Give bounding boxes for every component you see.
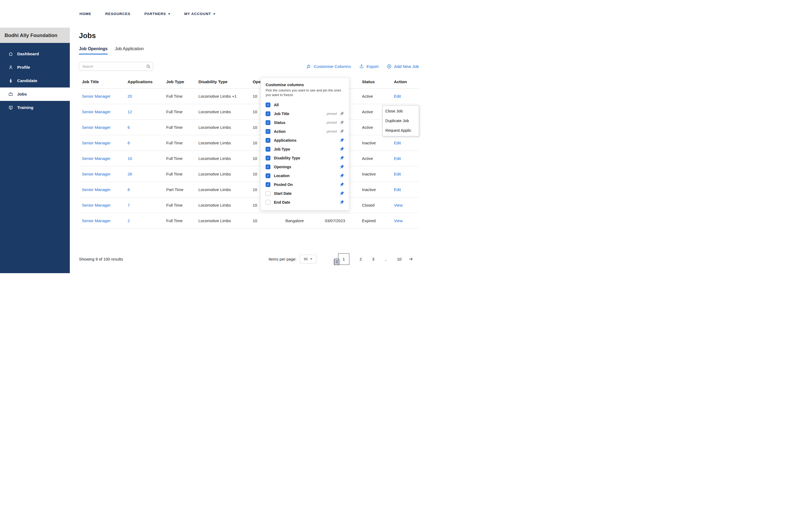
pin-icon[interactable]	[339, 120, 344, 125]
sidebar-item-candidate[interactable]: Candidate	[0, 74, 70, 88]
pin-icon[interactable]	[339, 174, 344, 178]
sidebar-item-profile[interactable]: Profile	[0, 61, 70, 74]
page-ellipsis: ..	[385, 257, 387, 261]
pin-icon[interactable]	[339, 147, 344, 152]
checkbox[interactable]	[265, 111, 271, 116]
column-option-label: End Date	[274, 200, 290, 205]
pin-icon[interactable]	[339, 191, 344, 196]
applications-link[interactable]: 6	[128, 125, 130, 130]
items-per-page-label: Items per page:	[269, 257, 296, 261]
menu-item-request-applications[interactable]: Request Applic	[383, 125, 419, 135]
pin-icon[interactable]	[339, 138, 344, 143]
job-title-link[interactable]: Senior Manager	[82, 156, 111, 161]
header-job-type: Job Type	[163, 79, 195, 84]
home-icon	[8, 51, 13, 56]
table-row: Senior Manager 8 Full Time Locomotive Li…	[79, 135, 419, 151]
top-navigation: HOME RESOURCES PARTNERS MY ACCOUNT	[79, 0, 215, 28]
column-option-label: Start Date	[274, 191, 292, 196]
row-action-link[interactable]: Edit	[394, 94, 401, 99]
menu-item-duplicate-job[interactable]: Duplicate Job	[383, 116, 419, 125]
nav-partners[interactable]: PARTNERS	[144, 12, 170, 16]
job-type-cell: Full Time	[163, 156, 195, 161]
status-cell: Active	[359, 156, 391, 161]
disability-type-cell: Locomotive Limbs	[195, 109, 250, 114]
tab-job-openings[interactable]: Job Openings	[79, 46, 108, 55]
applications-link[interactable]: 7	[128, 203, 130, 207]
applications-link[interactable]: 20	[128, 94, 132, 99]
next-page-arrow-icon[interactable]	[408, 257, 414, 261]
page-list-icon[interactable]	[333, 258, 340, 266]
job-title-link[interactable]: Senior Manager	[82, 94, 111, 99]
checkbox[interactable]	[265, 182, 271, 187]
row-action-link[interactable]: View	[394, 203, 403, 207]
job-title-link[interactable]: Senior Manager	[82, 172, 111, 176]
pin-icon[interactable]	[339, 129, 344, 134]
checkbox[interactable]	[265, 174, 271, 178]
applications-link[interactable]: 12	[128, 109, 132, 114]
pin-icon[interactable]	[339, 200, 344, 205]
job-title-link[interactable]: Senior Manager	[82, 187, 111, 192]
applications-link[interactable]: 10	[128, 156, 132, 161]
items-per-page-select[interactable]: 50	[300, 255, 316, 264]
menu-item-close-job[interactable]: Close Job	[383, 106, 419, 116]
checkbox[interactable]	[265, 165, 271, 169]
page-3-button[interactable]: 3	[372, 257, 374, 261]
job-title-link[interactable]: Senior Manager	[82, 203, 111, 207]
checkbox[interactable]	[265, 147, 271, 152]
checkbox[interactable]	[265, 120, 271, 125]
nav-home[interactable]: HOME	[79, 12, 91, 16]
job-type-cell: Part Time	[163, 187, 195, 192]
job-title-link[interactable]: Senior Manager	[82, 219, 111, 223]
table-row: Senior Manager 6 Full Time Locomotive Li…	[79, 120, 419, 135]
job-title-link[interactable]: Senior Manager	[82, 109, 111, 114]
customise-columns-label: Customise Columns	[314, 64, 351, 69]
applications-link[interactable]: 8	[128, 187, 130, 192]
row-action-link[interactable]: View	[394, 219, 403, 223]
add-new-job-button[interactable]: Add New Job	[387, 64, 419, 69]
disability-type-cell: Locomotive Limbs	[195, 140, 250, 145]
sidebar-item-training[interactable]: Training	[0, 101, 70, 114]
sidebar-item-dashboard[interactable]: Dashboard	[0, 47, 70, 61]
row-action-link[interactable]: Edit	[394, 172, 401, 176]
person-icon	[8, 65, 13, 70]
applications-link[interactable]: 2	[128, 219, 130, 223]
pin-icon[interactable]	[339, 111, 344, 117]
nav-my-account[interactable]: MY ACCOUNT	[184, 12, 215, 16]
column-option-end-date: End Date	[265, 198, 344, 207]
checkbox[interactable]	[265, 129, 271, 134]
row-action-link[interactable]: Edit	[394, 156, 401, 161]
page-10-button[interactable]: 10	[397, 257, 402, 261]
search-input[interactable]	[79, 62, 153, 71]
checkbox[interactable]	[265, 138, 271, 143]
popover-title: Customise columns	[265, 82, 344, 87]
table-row: Senior Manager 2 Full Time Locomotive Li…	[79, 213, 419, 229]
pin-icon[interactable]	[339, 156, 344, 161]
status-cell: Closed	[359, 203, 391, 207]
checkbox[interactable]	[265, 156, 271, 161]
job-type-cell: Full Time	[163, 172, 195, 176]
pin-icon[interactable]	[339, 182, 344, 187]
row-action-link[interactable]: Edit	[394, 140, 401, 145]
checkbox[interactable]	[265, 103, 271, 107]
checkbox[interactable]	[265, 200, 271, 205]
job-title-link[interactable]: Senior Manager	[82, 125, 111, 130]
applications-link[interactable]: 8	[128, 140, 130, 145]
sidebar-item-label: Profile	[17, 65, 30, 70]
pin-icon[interactable]	[339, 165, 344, 169]
job-title-link[interactable]: Senior Manager	[82, 140, 111, 145]
checkbox[interactable]	[265, 191, 271, 196]
applications-link[interactable]: 26	[128, 172, 132, 176]
sidebar-item-jobs[interactable]: Jobs	[0, 88, 70, 101]
nav-resources[interactable]: RESOURCES	[105, 12, 130, 16]
export-button[interactable]: Export	[359, 64, 379, 69]
tab-job-application[interactable]: Job Application	[115, 46, 144, 55]
customise-columns-button[interactable]: Customise Columns	[306, 64, 351, 69]
table-row: Senior Manager 7 Full Time Locomotive Li…	[79, 197, 419, 213]
sidebar-item-label: Dashboard	[17, 51, 39, 56]
column-option-all: All	[265, 101, 344, 109]
header-status: Status	[359, 79, 391, 84]
column-option-applications: Applications	[265, 136, 344, 145]
column-option-label: Location	[274, 174, 289, 178]
page-2-button[interactable]: 2	[360, 257, 362, 261]
row-action-link[interactable]: Edit	[394, 187, 401, 192]
